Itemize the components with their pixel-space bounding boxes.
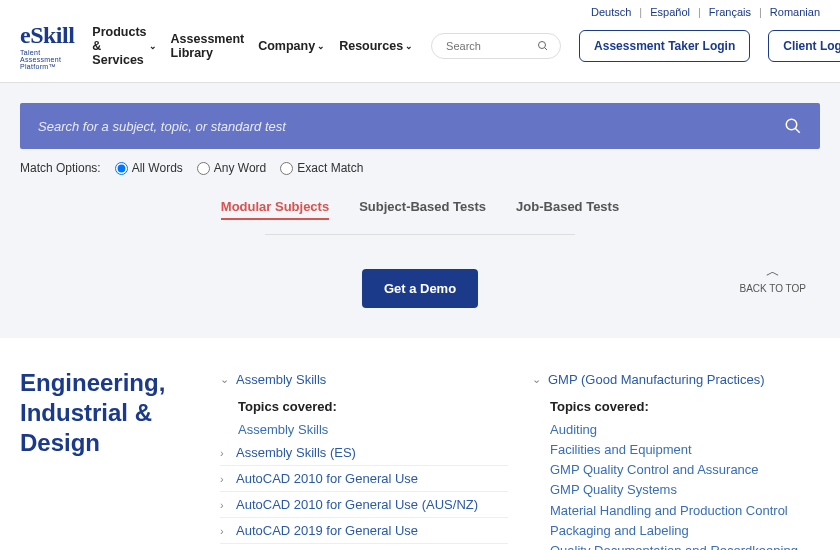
topics-covered-label: Topics covered:	[238, 399, 508, 414]
search-section: Match Options: All Words Any Word Exact …	[0, 83, 840, 338]
chevron-down-icon: ⌄	[149, 41, 157, 51]
assessment-taker-login-button[interactable]: Assessment Taker Login	[579, 30, 750, 62]
topic-list: Assembly Skills	[238, 420, 508, 440]
tab-modular-subjects[interactable]: Modular Subjects	[221, 199, 329, 220]
nav-products-services[interactable]: Products & Services⌄	[92, 25, 156, 67]
subject-columns: ⌄ Assembly Skills Topics covered: Assemb…	[220, 368, 820, 550]
match-any-word[interactable]: Any Word	[197, 161, 266, 175]
separator: |	[698, 6, 701, 18]
chevron-right-icon: ›	[220, 499, 230, 511]
subject-label: AutoCAD 2010 for General Use (AUS/NZ)	[236, 497, 478, 512]
subject-column-left: ⌄ Assembly Skills Topics covered: Assemb…	[220, 368, 508, 550]
chevron-up-icon: ︿	[739, 263, 806, 281]
svg-point-2	[786, 119, 797, 130]
back-to-top-button[interactable]: ︿ BACK TO TOP	[739, 263, 806, 294]
search-icon[interactable]	[784, 117, 802, 135]
topic-item[interactable]: Facilities and Equipment	[550, 440, 820, 460]
client-login-button[interactable]: Client Login	[768, 30, 840, 62]
logo-tagline: Talent Assessment Platform™	[20, 49, 74, 70]
chevron-right-icon: ›	[220, 525, 230, 537]
lang-link[interactable]: Deutsch	[591, 6, 631, 18]
match-options: Match Options: All Words Any Word Exact …	[20, 161, 820, 175]
divider	[265, 234, 575, 235]
match-all-words[interactable]: All Words	[115, 161, 183, 175]
nav-company[interactable]: Company⌄	[258, 25, 325, 67]
topic-item[interactable]: Packaging and Labeling	[550, 521, 820, 541]
svg-line-3	[795, 128, 800, 133]
header-search	[431, 33, 561, 59]
topic-item[interactable]: GMP Quality Systems	[550, 480, 820, 500]
subject-row[interactable]: ›AutoCAD 2010 for General Use	[220, 466, 508, 492]
subject-row[interactable]: ›AutoCAD 2019 for General Use	[220, 518, 508, 544]
match-exact[interactable]: Exact Match	[280, 161, 363, 175]
get-demo-button[interactable]: Get a Demo	[362, 269, 478, 308]
subject-row[interactable]: ›Assembly Skills (ES)	[220, 440, 508, 466]
chevron-down-icon: ⌄	[220, 373, 230, 386]
chevron-right-icon: ›	[220, 473, 230, 485]
subject-row[interactable]: ›AutoCAD 2010 for General Use (AUS/NZ)	[220, 492, 508, 518]
back-to-top-label: BACK TO TOP	[739, 283, 806, 294]
chevron-right-icon: ›	[220, 447, 230, 459]
topic-item[interactable]: Auditing	[550, 420, 820, 440]
language-bar: Deutsch| Español| Français| Romanian	[0, 0, 840, 18]
lang-link[interactable]: Français	[709, 6, 751, 18]
separator: |	[639, 6, 642, 18]
radio-exact[interactable]	[280, 162, 293, 175]
tab-job-based[interactable]: Job-Based Tests	[516, 199, 619, 220]
subject-row[interactable]: ›AutoCAD 2019 for General Use (AUS/NZ)	[220, 544, 508, 550]
subject-search-input[interactable]	[38, 119, 784, 134]
content: Engineering, Industrial & Design ⌄ Assem…	[0, 338, 840, 550]
subject-label: AutoCAD 2019 for General Use	[236, 523, 418, 538]
topics-covered-label: Topics covered:	[550, 399, 820, 414]
lang-link[interactable]: Romanian	[770, 6, 820, 18]
subject-search-bar	[20, 103, 820, 149]
subject-label: Assembly Skills (ES)	[236, 445, 356, 460]
radio-any-word[interactable]	[197, 162, 210, 175]
match-options-label: Match Options:	[20, 161, 101, 175]
topic-item[interactable]: Assembly Skills	[238, 420, 508, 440]
tab-subject-based[interactable]: Subject-Based Tests	[359, 199, 486, 220]
chevron-down-icon: ⌄	[317, 41, 325, 51]
topic-list: AuditingFacilities and EquipmentGMP Qual…	[550, 420, 820, 550]
topic-item[interactable]: Quality Documentation and Recordkeeping	[550, 541, 820, 550]
logo[interactable]: eSkill Talent Assessment Platform™	[20, 22, 74, 70]
chevron-down-icon: ⌄	[532, 373, 542, 386]
category-title: Engineering, Industrial & Design	[20, 368, 200, 550]
nav-assessment-library[interactable]: Assessment Library	[171, 25, 245, 67]
demo-row: Get a Demo ︿ BACK TO TOP	[20, 269, 820, 308]
svg-line-1	[545, 48, 548, 51]
subject-expanded[interactable]: ⌄ GMP (Good Manufacturing Practices)	[532, 368, 820, 391]
separator: |	[759, 6, 762, 18]
logo-text: eSkill	[20, 22, 74, 49]
subject-column-right: ⌄ GMP (Good Manufacturing Practices) Top…	[532, 368, 820, 550]
header: eSkill Talent Assessment Platform™ Produ…	[0, 18, 840, 83]
topic-item[interactable]: GMP Quality Control and Assurance	[550, 460, 820, 480]
nav-resources[interactable]: Resources⌄	[339, 25, 413, 67]
test-type-tabs: Modular Subjects Subject-Based Tests Job…	[20, 199, 820, 220]
search-icon	[537, 40, 549, 52]
main-nav: Products & Services⌄ Assessment Library …	[92, 25, 413, 67]
radio-all-words[interactable]	[115, 162, 128, 175]
subject-label: AutoCAD 2010 for General Use	[236, 471, 418, 486]
subject-expanded[interactable]: ⌄ Assembly Skills	[220, 368, 508, 391]
topic-item[interactable]: Material Handling and Production Control	[550, 501, 820, 521]
svg-point-0	[539, 42, 546, 49]
lang-link[interactable]: Español	[650, 6, 690, 18]
chevron-down-icon: ⌄	[405, 41, 413, 51]
